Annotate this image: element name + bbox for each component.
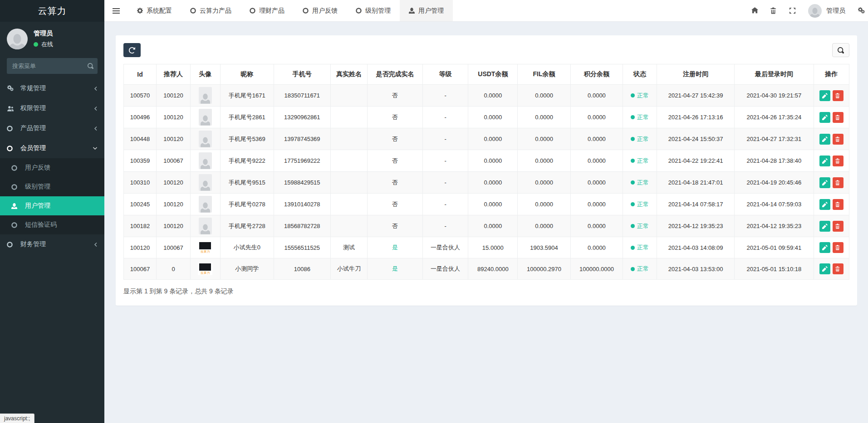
tab-finance-product[interactable]: 理财产品 bbox=[240, 0, 294, 21]
column-header: 状态 bbox=[623, 64, 657, 85]
cell-referrer: 100120 bbox=[156, 128, 190, 150]
cell-avatar: 云算力 bbox=[191, 237, 221, 258]
cell-fil: 0.0000 bbox=[518, 150, 571, 172]
edit-button[interactable] bbox=[819, 242, 830, 253]
cell-regtime: 2021-04-12 19:35:23 bbox=[657, 215, 735, 237]
fullscreen-icon[interactable] bbox=[789, 7, 796, 14]
trash-icon[interactable] bbox=[770, 7, 777, 14]
content-area: Id推荐人头像昵称手机号真实姓名是否完成实名等级USDT余额FIL余额积分余额状… bbox=[104, 22, 868, 423]
cell-fil: 0.0000 bbox=[518, 172, 571, 194]
delete-button[interactable] bbox=[833, 221, 843, 232]
delete-button[interactable] bbox=[833, 199, 843, 210]
sidebar-item-level[interactable]: 级别管理 bbox=[0, 177, 104, 196]
delete-button[interactable] bbox=[833, 156, 843, 166]
cell-referrer: 100120 bbox=[156, 194, 190, 215]
top-navbar: 系统配置云算力产品理财产品用户反馈级别管理用户管理 管理员 bbox=[104, 0, 868, 22]
sidebar-menu: 常规管理权限管理产品管理会员管理用户反馈级别管理用户管理短信验证码财务管理 bbox=[0, 78, 104, 254]
delete-button[interactable] bbox=[833, 134, 843, 145]
sidebar-item-general[interactable]: 常规管理 bbox=[0, 78, 104, 98]
edit-button[interactable] bbox=[819, 134, 830, 145]
sidebar-item-user[interactable]: 用户管理 bbox=[0, 196, 104, 215]
sidebar-item-label: 产品管理 bbox=[20, 124, 46, 132]
cell-actions bbox=[814, 172, 849, 194]
sidebar-item-label: 权限管理 bbox=[20, 104, 46, 112]
cell-verified: 否 bbox=[368, 128, 423, 150]
sidebar-item-product[interactable]: 产品管理 bbox=[0, 118, 104, 138]
cell-referrer: 100120 bbox=[156, 107, 190, 128]
tab-user[interactable]: 用户管理 bbox=[400, 0, 453, 21]
status-dot-icon bbox=[631, 224, 635, 228]
tab-user-feedback[interactable]: 用户反馈 bbox=[294, 0, 347, 21]
edit-button[interactable] bbox=[819, 199, 830, 210]
status-dot-icon bbox=[631, 246, 635, 250]
circle-icon bbox=[11, 222, 22, 228]
tab-cloud-product[interactable]: 云算力产品 bbox=[181, 0, 240, 21]
avatar-photo-label: 云算力 bbox=[199, 249, 211, 253]
table-row: 100496100120手机尾号286113290962861否-0.00000… bbox=[124, 107, 849, 128]
sidebar-item-sms-code[interactable]: 短信验证码 bbox=[0, 215, 104, 234]
cell-status: 正常 bbox=[623, 258, 657, 280]
edit-button[interactable] bbox=[819, 177, 830, 188]
cell-id: 100120 bbox=[124, 237, 157, 258]
status-label: 正常 bbox=[637, 113, 649, 122]
row-actions bbox=[816, 199, 847, 210]
home-icon[interactable] bbox=[751, 7, 758, 14]
cell-id: 100496 bbox=[124, 107, 157, 128]
table-row: 1000670云算力小测同学10086小试牛刀是一星合伙人89240.00001… bbox=[124, 258, 849, 280]
sidebar-search-button[interactable] bbox=[83, 58, 98, 74]
sidebar-item-member[interactable]: 会员管理 bbox=[0, 138, 104, 158]
cell-realname bbox=[330, 215, 368, 237]
cell-realname: 小试牛刀 bbox=[330, 258, 368, 280]
edit-button[interactable] bbox=[819, 221, 830, 232]
edit-button[interactable] bbox=[819, 156, 830, 166]
circle-icon bbox=[7, 126, 17, 131]
circle-icon bbox=[303, 8, 309, 14]
delete-button[interactable] bbox=[833, 177, 843, 188]
avatar-photo-image bbox=[199, 263, 211, 271]
edit-button[interactable] bbox=[819, 112, 830, 123]
sidebar-item-finance[interactable]: 财务管理 bbox=[0, 234, 104, 254]
column-header: 等级 bbox=[422, 64, 468, 85]
cell-verified: 否 bbox=[368, 172, 423, 194]
cell-usdt: 0.0000 bbox=[468, 172, 518, 194]
cell-nickname: 手机尾号9222 bbox=[220, 150, 274, 172]
column-header: 最后登录时间 bbox=[735, 64, 814, 85]
navbar-user-menu[interactable]: 管理员 bbox=[808, 4, 845, 18]
status-dot-icon bbox=[631, 180, 635, 185]
cell-id: 100448 bbox=[124, 128, 157, 150]
refresh-button[interactable] bbox=[123, 43, 141, 57]
table-row: 100448100120手机尾号536913978745369否-0.00000… bbox=[124, 128, 849, 150]
tab-label: 用户管理 bbox=[418, 7, 444, 15]
cell-regtime: 2021-04-03 13:53:00 bbox=[657, 258, 735, 280]
cell-realname bbox=[330, 85, 368, 107]
sidebar-item-auth[interactable]: 权限管理 bbox=[0, 98, 104, 118]
sidebar-item-user-feedback[interactable]: 用户反馈 bbox=[0, 158, 104, 177]
settings-gears-icon[interactable] bbox=[858, 7, 865, 14]
status-dot-icon bbox=[631, 93, 635, 97]
sidebar-item-label: 用户反馈 bbox=[25, 164, 50, 172]
edit-button[interactable] bbox=[819, 90, 830, 101]
cell-referrer: 100120 bbox=[156, 215, 190, 237]
sidebar-item-label: 会员管理 bbox=[20, 144, 46, 152]
avatar-placeholder bbox=[199, 196, 212, 213]
cell-lastlogin: 2021-04-30 19:21:57 bbox=[735, 85, 814, 107]
cell-level: - bbox=[422, 194, 468, 215]
hamburger-icon[interactable] bbox=[104, 0, 128, 21]
table-row: 100359100067手机尾号922217751969222否-0.00000… bbox=[124, 150, 849, 172]
cell-level: - bbox=[422, 107, 468, 128]
tab-level[interactable]: 级别管理 bbox=[347, 0, 400, 21]
cell-points: 0.0000 bbox=[570, 107, 623, 128]
chevron-left-icon bbox=[94, 126, 98, 131]
cell-actions bbox=[814, 194, 849, 215]
sidebar-item-label: 用户管理 bbox=[25, 202, 50, 210]
delete-button[interactable] bbox=[833, 263, 843, 274]
submenu-member: 用户反馈级别管理用户管理短信验证码 bbox=[0, 158, 104, 234]
sidebar-user-panel: 管理员 在线 bbox=[0, 22, 104, 56]
tab-system-config[interactable]: 系统配置 bbox=[128, 0, 181, 21]
edit-button[interactable] bbox=[819, 263, 830, 274]
table-search-button[interactable] bbox=[832, 43, 849, 57]
avatar-placeholder bbox=[199, 87, 212, 104]
delete-button[interactable] bbox=[833, 242, 843, 253]
delete-button[interactable] bbox=[833, 112, 843, 123]
delete-button[interactable] bbox=[833, 90, 843, 101]
